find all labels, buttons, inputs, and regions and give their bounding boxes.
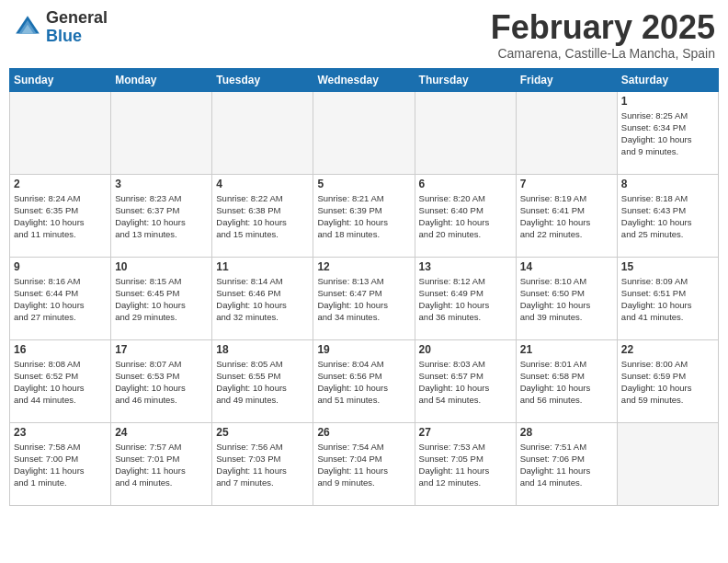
logo-icon <box>13 13 42 42</box>
day-info: Sunrise: 8:13 AM Sunset: 6:47 PM Dayligh… <box>317 275 410 324</box>
day-number: 2 <box>14 178 107 190</box>
day-number: 18 <box>216 343 309 356</box>
day-info: Sunrise: 8:23 AM Sunset: 6:37 PM Dayligh… <box>115 192 208 241</box>
calendar-cell <box>212 91 313 174</box>
weekday-header-monday: Monday <box>111 68 212 91</box>
calendar-cell <box>516 91 617 174</box>
day-number: 5 <box>317 178 410 190</box>
week-row-1: 1Sunrise: 8:25 AM Sunset: 6:34 PM Daylig… <box>10 91 719 174</box>
day-number: 13 <box>419 260 512 273</box>
day-number: 14 <box>520 260 613 273</box>
day-number: 11 <box>216 260 309 273</box>
day-number: 20 <box>419 343 512 356</box>
day-info: Sunrise: 8:00 AM Sunset: 6:59 PM Dayligh… <box>621 358 714 407</box>
calendar-cell: 25Sunrise: 7:56 AM Sunset: 7:03 PM Dayli… <box>212 422 313 505</box>
title-block: February 2025 Camarena, Castille-La Manc… <box>491 9 715 61</box>
day-info: Sunrise: 8:10 AM Sunset: 6:50 PM Dayligh… <box>520 275 613 324</box>
day-number: 26 <box>317 426 410 439</box>
day-info: Sunrise: 8:09 AM Sunset: 6:51 PM Dayligh… <box>621 275 714 324</box>
calendar-cell: 12Sunrise: 8:13 AM Sunset: 6:47 PM Dayli… <box>313 257 415 339</box>
logo-text: General Blue <box>46 9 108 46</box>
calendar-table: SundayMondayTuesdayWednesdayThursdayFrid… <box>9 68 719 506</box>
day-info: Sunrise: 8:07 AM Sunset: 6:53 PM Dayligh… <box>115 358 208 407</box>
day-info: Sunrise: 7:51 AM Sunset: 7:06 PM Dayligh… <box>520 441 613 489</box>
day-number: 25 <box>216 426 309 439</box>
calendar-cell: 27Sunrise: 7:53 AM Sunset: 7:05 PM Dayli… <box>415 422 516 505</box>
calendar-cell: 13Sunrise: 8:12 AM Sunset: 6:49 PM Dayli… <box>415 257 516 339</box>
calendar-cell: 2Sunrise: 8:24 AM Sunset: 6:35 PM Daylig… <box>10 174 111 257</box>
day-info: Sunrise: 7:53 AM Sunset: 7:05 PM Dayligh… <box>419 441 512 489</box>
day-number: 9 <box>14 260 107 273</box>
day-number: 17 <box>115 343 208 356</box>
day-number: 15 <box>621 260 714 273</box>
calendar-cell: 24Sunrise: 7:57 AM Sunset: 7:01 PM Dayli… <box>111 422 212 505</box>
calendar-cell: 9Sunrise: 8:16 AM Sunset: 6:44 PM Daylig… <box>10 257 111 339</box>
day-info: Sunrise: 7:58 AM Sunset: 7:00 PM Dayligh… <box>14 441 107 489</box>
day-number: 19 <box>317 343 410 356</box>
calendar-cell: 26Sunrise: 7:54 AM Sunset: 7:04 PM Dayli… <box>313 422 415 505</box>
day-info: Sunrise: 8:24 AM Sunset: 6:35 PM Dayligh… <box>14 192 107 241</box>
day-number: 6 <box>419 178 512 190</box>
week-row-2: 2Sunrise: 8:24 AM Sunset: 6:35 PM Daylig… <box>10 174 719 257</box>
calendar-cell: 22Sunrise: 8:00 AM Sunset: 6:59 PM Dayli… <box>617 339 718 422</box>
calendar-cell: 5Sunrise: 8:21 AM Sunset: 6:39 PM Daylig… <box>313 174 415 257</box>
calendar-cell <box>313 91 415 174</box>
day-info: Sunrise: 8:12 AM Sunset: 6:49 PM Dayligh… <box>419 275 512 324</box>
location-text: Camarena, Castille-La Mancha, Spain <box>491 46 715 61</box>
day-info: Sunrise: 8:25 AM Sunset: 6:34 PM Dayligh… <box>621 109 714 158</box>
day-info: Sunrise: 7:54 AM Sunset: 7:04 PM Dayligh… <box>317 441 410 489</box>
day-info: Sunrise: 8:16 AM Sunset: 6:44 PM Dayligh… <box>14 275 107 324</box>
page-header: General Blue February 2025 Camarena, Cas… <box>9 9 719 61</box>
calendar-cell: 10Sunrise: 8:15 AM Sunset: 6:45 PM Dayli… <box>111 257 212 339</box>
day-info: Sunrise: 8:14 AM Sunset: 6:46 PM Dayligh… <box>216 275 309 324</box>
calendar-cell: 7Sunrise: 8:19 AM Sunset: 6:41 PM Daylig… <box>516 174 617 257</box>
day-number: 22 <box>621 343 714 356</box>
weekday-header-friday: Friday <box>516 68 617 91</box>
day-info: Sunrise: 8:21 AM Sunset: 6:39 PM Dayligh… <box>317 192 410 241</box>
day-info: Sunrise: 8:19 AM Sunset: 6:41 PM Dayligh… <box>520 192 613 241</box>
day-info: Sunrise: 8:04 AM Sunset: 6:56 PM Dayligh… <box>317 358 410 407</box>
day-number: 4 <box>216 178 309 190</box>
day-info: Sunrise: 8:03 AM Sunset: 6:57 PM Dayligh… <box>419 358 512 407</box>
calendar-cell: 20Sunrise: 8:03 AM Sunset: 6:57 PM Dayli… <box>415 339 516 422</box>
calendar-cell: 18Sunrise: 8:05 AM Sunset: 6:55 PM Dayli… <box>212 339 313 422</box>
calendar-cell: 11Sunrise: 8:14 AM Sunset: 6:46 PM Dayli… <box>212 257 313 339</box>
calendar-cell: 8Sunrise: 8:18 AM Sunset: 6:43 PM Daylig… <box>617 174 718 257</box>
week-row-5: 23Sunrise: 7:58 AM Sunset: 7:00 PM Dayli… <box>10 422 719 505</box>
day-number: 21 <box>520 343 613 356</box>
calendar-cell: 14Sunrise: 8:10 AM Sunset: 6:50 PM Dayli… <box>516 257 617 339</box>
calendar-cell <box>415 91 516 174</box>
day-number: 3 <box>115 178 208 190</box>
logo-general-text: General <box>46 9 108 28</box>
calendar-cell: 1Sunrise: 8:25 AM Sunset: 6:34 PM Daylig… <box>617 91 718 174</box>
day-number: 10 <box>115 260 208 273</box>
day-info: Sunrise: 8:15 AM Sunset: 6:45 PM Dayligh… <box>115 275 208 324</box>
day-info: Sunrise: 8:18 AM Sunset: 6:43 PM Dayligh… <box>621 192 714 241</box>
weekday-header-sunday: Sunday <box>10 68 111 91</box>
calendar-cell: 19Sunrise: 8:04 AM Sunset: 6:56 PM Dayli… <box>313 339 415 422</box>
calendar-cell: 16Sunrise: 8:08 AM Sunset: 6:52 PM Dayli… <box>10 339 111 422</box>
calendar-cell: 17Sunrise: 8:07 AM Sunset: 6:53 PM Dayli… <box>111 339 212 422</box>
calendar-cell <box>617 422 718 505</box>
day-number: 23 <box>14 426 107 439</box>
calendar-cell: 15Sunrise: 8:09 AM Sunset: 6:51 PM Dayli… <box>617 257 718 339</box>
day-info: Sunrise: 8:08 AM Sunset: 6:52 PM Dayligh… <box>14 358 107 407</box>
calendar-cell <box>111 91 212 174</box>
day-info: Sunrise: 7:57 AM Sunset: 7:01 PM Dayligh… <box>115 441 208 489</box>
calendar-cell <box>10 91 111 174</box>
weekday-header-thursday: Thursday <box>415 68 516 91</box>
week-row-3: 9Sunrise: 8:16 AM Sunset: 6:44 PM Daylig… <box>10 257 719 339</box>
day-info: Sunrise: 8:22 AM Sunset: 6:38 PM Dayligh… <box>216 192 309 241</box>
month-title: February 2025 <box>491 9 715 46</box>
day-number: 7 <box>520 178 613 190</box>
day-number: 28 <box>520 426 613 439</box>
calendar-cell: 4Sunrise: 8:22 AM Sunset: 6:38 PM Daylig… <box>212 174 313 257</box>
day-info: Sunrise: 8:20 AM Sunset: 6:40 PM Dayligh… <box>419 192 512 241</box>
day-number: 27 <box>419 426 512 439</box>
day-number: 8 <box>621 178 714 190</box>
weekday-header-row: SundayMondayTuesdayWednesdayThursdayFrid… <box>10 68 719 91</box>
day-number: 1 <box>621 95 714 108</box>
logo-blue-text: Blue <box>46 28 108 46</box>
calendar-cell: 28Sunrise: 7:51 AM Sunset: 7:06 PM Dayli… <box>516 422 617 505</box>
day-number: 16 <box>14 343 107 356</box>
